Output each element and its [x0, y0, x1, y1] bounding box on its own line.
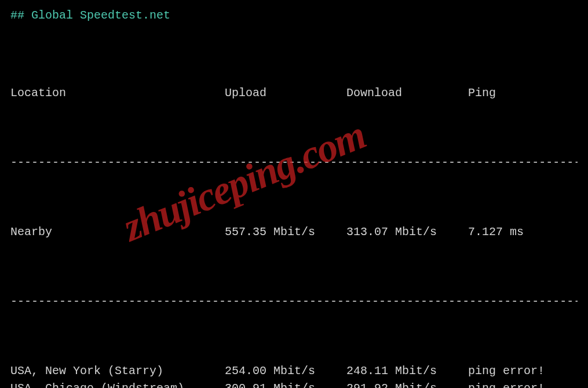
speedtest-table: Location Upload Download Ping ----------… — [10, 32, 578, 388]
cell-download: 248.11 Mbit/s — [346, 363, 468, 380]
header-location: Location — [10, 85, 225, 102]
table-row: USA, Chicago (Windstream)300.91 Mbit/s29… — [10, 380, 578, 388]
divider: ----------------------------------------… — [10, 154, 578, 171]
cell-upload: 300.91 Mbit/s — [225, 380, 346, 388]
cell-ping: ping error! — [468, 380, 545, 388]
nearby-upload: 557.35 Mbit/s — [225, 224, 346, 241]
table-row: USA, New York (Starry)254.00 Mbit/s248.1… — [10, 363, 578, 380]
cell-location: USA, Chicago (Windstream) — [10, 380, 225, 388]
table-header: Location Upload Download Ping — [10, 85, 578, 102]
nearby-row: Nearby 557.35 Mbit/s 313.07 Mbit/s 7.127… — [10, 224, 578, 241]
cell-upload: 254.00 Mbit/s — [225, 363, 346, 380]
divider: ----------------------------------------… — [10, 293, 578, 310]
cell-download: 291.92 Mbit/s — [346, 380, 468, 388]
nearby-location: Nearby — [10, 224, 225, 241]
header-download: Download — [346, 85, 468, 102]
header-ping: Ping — [468, 85, 496, 102]
cell-ping: ping error! — [468, 363, 545, 380]
nearby-ping: 7.127 ms — [468, 224, 524, 241]
nearby-download: 313.07 Mbit/s — [346, 224, 468, 241]
section-title: ## Global Speedtest.net — [10, 7, 578, 24]
header-upload: Upload — [225, 85, 346, 102]
cell-location: USA, New York (Starry) — [10, 363, 225, 380]
